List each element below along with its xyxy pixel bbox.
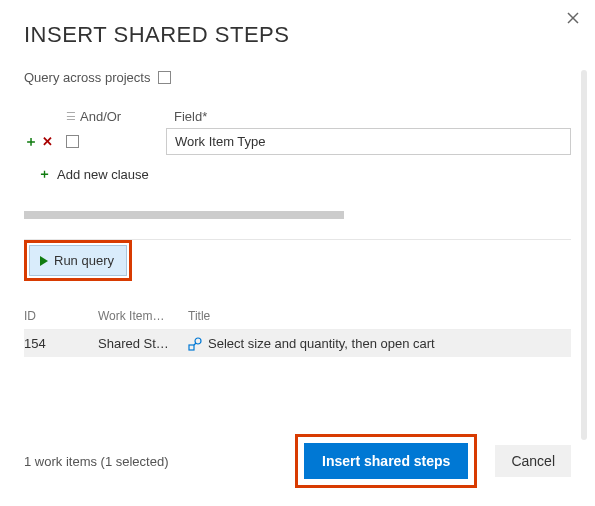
run-query-highlight: Run query <box>24 240 132 281</box>
insert-shared-steps-button[interactable]: Insert shared steps <box>304 443 468 479</box>
add-row-icon[interactable]: ＋ <box>24 133 38 151</box>
andor-checkbox[interactable] <box>66 135 79 148</box>
row-title-text: Select size and quantity, then open cart <box>208 336 435 351</box>
field-header: Field* <box>166 105 571 128</box>
query-across-row: Query across projects <box>24 70 571 85</box>
insert-shared-steps-dialog: INSERT SHARED STEPS Query across project… <box>0 0 595 506</box>
andor-cell <box>66 135 166 148</box>
footer-status: 1 work items (1 selected) <box>24 454 169 469</box>
row-title: Select size and quantity, then open cart <box>188 336 571 351</box>
col-type-header[interactable]: Work Item… <box>98 309 188 323</box>
insert-highlight: Insert shared steps <box>295 434 477 488</box>
horizontal-scrollbar[interactable] <box>24 211 344 219</box>
add-clause-label: Add new clause <box>57 167 149 182</box>
footer-actions: Insert shared steps Cancel <box>295 434 571 488</box>
cancel-button[interactable]: Cancel <box>495 445 571 477</box>
remove-row-icon[interactable]: ✕ <box>42 134 53 149</box>
field-input[interactable] <box>166 128 571 155</box>
row-controls: ＋ ✕ <box>24 133 66 151</box>
add-clause-button[interactable]: ＋ Add new clause <box>38 165 571 183</box>
results-table: ID Work Item… Title 154 Shared St… Selec… <box>24 303 571 357</box>
run-query-label: Run query <box>54 253 114 268</box>
andor-header: ☰ And/Or <box>66 105 166 128</box>
close-icon <box>567 12 579 24</box>
dialog-footer: 1 work items (1 selected) Insert shared … <box>24 434 571 488</box>
andor-header-label: And/Or <box>80 109 121 124</box>
dialog-content: Query across projects ☰ And/Or Field* ＋ … <box>24 70 571 431</box>
field-cell <box>166 128 571 155</box>
close-button[interactable] <box>563 8 583 28</box>
play-icon <box>40 256 48 266</box>
svg-rect-2 <box>189 345 194 350</box>
shared-steps-icon <box>188 337 202 351</box>
list-icon: ☰ <box>66 110 76 123</box>
row-type: Shared St… <box>98 336 188 351</box>
col-id-header[interactable]: ID <box>24 309 98 323</box>
results-header: ID Work Item… Title <box>24 303 571 330</box>
svg-line-4 <box>194 343 196 345</box>
plus-icon: ＋ <box>38 165 51 183</box>
vertical-scrollbar[interactable] <box>581 70 587 440</box>
col-title-header[interactable]: Title <box>188 309 571 323</box>
query-clause-row: ＋ ✕ <box>24 128 571 155</box>
dialog-title: INSERT SHARED STEPS <box>0 0 595 48</box>
table-row[interactable]: 154 Shared St… Select size and quantity,… <box>24 330 571 357</box>
run-query-button[interactable]: Run query <box>29 245 127 276</box>
query-grid-header: ☰ And/Or Field* <box>24 105 571 128</box>
query-across-label: Query across projects <box>24 70 150 85</box>
query-across-checkbox[interactable] <box>158 71 171 84</box>
row-id: 154 <box>24 336 98 351</box>
